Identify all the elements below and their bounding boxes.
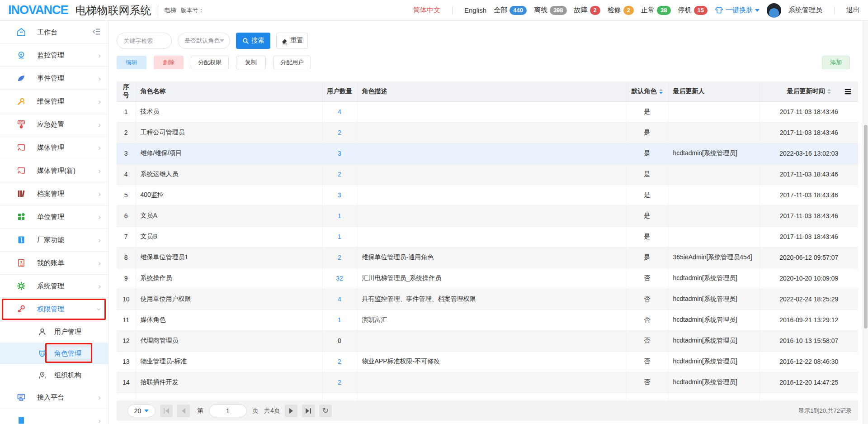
sidebar-item[interactable]: 角色管理 — [0, 343, 108, 364]
page-number-input[interactable] — [209, 405, 247, 417]
table-row[interactable]: 6文员A1是2017-11-03 18:43:46 — [117, 205, 858, 226]
col-header-time[interactable]: 最后更新时间 — [760, 81, 858, 101]
sidebar-item[interactable]: › — [0, 409, 108, 424]
avatar[interactable] — [767, 3, 781, 18]
user-count-link[interactable]: 4 — [338, 108, 341, 115]
cell-updater: hcdtadmin[系统管理员] — [668, 372, 760, 393]
chevron-icon: › — [98, 75, 101, 82]
table-row[interactable]: 1技术员4是2017-11-03 18:43:46 — [117, 101, 858, 122]
table-row[interactable]: 5400监控3是2017-11-03 18:43:46 — [117, 185, 858, 205]
table-row[interactable]: 8维保单位管理员12维保单位管理员-通用角色是365ieAdmin[系统管理员4… — [117, 247, 858, 268]
cell-no: 11 — [117, 310, 136, 330]
cell-update-time: 2016-10-13 15:58:07 — [760, 330, 858, 351]
user-count-link[interactable]: 32 — [336, 275, 343, 282]
col-header-default[interactable]: 默认角色 — [626, 81, 668, 101]
assign-permission-button[interactable]: 分配权限 — [191, 56, 229, 69]
table-row[interactable]: 14拾联插件开发2否hcdtadmin[系统管理员]2016-12-20 14:… — [117, 372, 858, 393]
status-badge[interactable]: 停机15 — [678, 6, 708, 15]
table-row[interactable]: 10使用单位用户权限4具有监控管理、事件管理、档案管理权限否hcdtadmin[… — [117, 289, 858, 310]
sidebar-item[interactable]: 用户管理 — [0, 321, 108, 343]
status-badge[interactable]: 正常38 — [641, 6, 670, 15]
search-input[interactable] — [117, 33, 172, 49]
edit-button[interactable]: 编辑 — [117, 56, 146, 69]
column-config-button[interactable] — [844, 88, 852, 97]
sidebar-item[interactable]: 事件管理› — [0, 67, 108, 90]
user-count-link[interactable]: 2 — [338, 171, 341, 178]
col-header-desc: 角色描述 — [357, 81, 626, 101]
sidebar-item[interactable]: 接入平台› — [0, 386, 108, 409]
user-count-link[interactable]: 2 — [338, 379, 341, 386]
table-header-row: 序号 角色名称 用户数量 角色描述 默认角色 最后更新人 最后更新时间 — [117, 81, 858, 101]
blocks-icon — [16, 212, 26, 222]
scrollbar-thumb[interactable] — [864, 125, 868, 329]
page-size-select[interactable]: 20 — [127, 405, 156, 417]
user-count-link[interactable]: 1 — [338, 233, 341, 240]
sidebar-item[interactable]: SOS应急处置› — [0, 113, 108, 136]
cell-updater: hcdtadmin[系统管理员] — [668, 143, 760, 164]
user-count-link[interactable]: 3 — [338, 150, 341, 157]
assign-user-button[interactable]: 分配用户 — [273, 56, 311, 69]
table-row[interactable]: 2工程公司管理员2是2017-11-03 18:43:46 — [117, 122, 858, 143]
refresh-button[interactable]: ↻ — [319, 405, 332, 417]
sidebar-item[interactable]: 厂家功能› — [0, 229, 108, 252]
sidebar-item[interactable]: 媒体管理(新)› — [0, 159, 108, 182]
change-skin-button[interactable]: 一键换肤 — [715, 6, 760, 14]
sidebar-item[interactable]: 系统管理› — [0, 275, 108, 298]
user-count-link[interactable]: 1 — [338, 316, 341, 324]
status-badge[interactable]: 故障2 — [574, 6, 600, 15]
cell-user-count: 1 — [322, 226, 357, 247]
add-button[interactable]: 添加 — [822, 56, 850, 69]
user-count-link[interactable]: 1 — [338, 212, 341, 219]
sort-icon[interactable] — [827, 89, 831, 94]
search-icon — [242, 38, 249, 44]
search-button[interactable]: 搜索 — [236, 33, 270, 49]
table-row[interactable]: 9系统操作员32汇川电梯管理员_系统操作员否hcdtadmin[系统管理员]20… — [117, 268, 858, 289]
sidebar-item[interactable]: 维保管理› — [0, 90, 108, 113]
next-page-button[interactable] — [285, 405, 297, 417]
sidebar-item[interactable]: ¥我的账单› — [0, 252, 108, 275]
user-count-link[interactable]: 3 — [338, 191, 341, 199]
status-badge[interactable]: 检修2 — [608, 6, 634, 15]
user-count-link[interactable]: 4 — [338, 295, 341, 303]
reset-button[interactable]: 重置 — [276, 33, 308, 49]
status-badge-count: 2 — [590, 6, 600, 15]
cell-no: 13 — [117, 351, 136, 372]
sidebar-item[interactable]: 档案管理› — [0, 182, 108, 205]
copy-button[interactable]: 复制 — [236, 56, 266, 69]
cell-role-name: 拾联插件开发 — [136, 372, 322, 393]
table-row[interactable]: 12代理商管理员0否hcdtadmin[系统管理员]2016-10-13 15:… — [117, 330, 858, 351]
sidebar-item[interactable]: 媒体管理› — [0, 136, 108, 159]
collapse-sidebar-icon[interactable] — [92, 28, 101, 37]
delete-button[interactable]: 删除 — [154, 56, 184, 69]
sidebar-item[interactable]: 监控管理› — [0, 44, 108, 67]
sidebar-item[interactable]: 单位管理› — [0, 205, 108, 229]
last-page-button[interactable] — [302, 405, 315, 417]
user-count-link[interactable]: 2 — [338, 254, 341, 261]
sidebar-item[interactable]: 工作台 — [0, 21, 108, 44]
logout-button[interactable]: 退出 — [846, 6, 860, 14]
table-row[interactable]: 13物业管理员-标准2物业APP标准权限-不可修改否hcdtadmin[系统管理… — [117, 351, 858, 372]
table-row[interactable]: 4系统运维人员2是2017-11-03 18:43:46 — [117, 164, 858, 185]
first-page-button[interactable] — [160, 405, 173, 417]
cell-updater: hcdtadmin[系统管理员] — [668, 351, 760, 372]
sidebar-item[interactable]: 权限管理› — [0, 298, 108, 321]
lang-zh-link[interactable]: 简体中文 — [413, 6, 440, 14]
elevator-icon — [16, 235, 26, 245]
table-row[interactable]: 11媒体角色1演凯富汇否hcdtadmin[系统管理员]2016-09-21 1… — [117, 310, 858, 330]
sidebar-item[interactable]: 组织机构 — [0, 364, 108, 386]
prev-page-button[interactable] — [177, 405, 190, 417]
table-row[interactable]: 7文员B1是2017-11-03 18:43:46 — [117, 226, 858, 247]
status-badge[interactable]: 全部440 — [494, 6, 527, 15]
user-count-link[interactable]: 2 — [338, 358, 341, 365]
sidebar-item-label: 维保管理 — [37, 97, 64, 106]
table-row[interactable]: 3维修/维保/项目3是hcdtadmin[系统管理员]2022-03-16 13… — [117, 143, 858, 164]
username[interactable]: 系统管理员 — [788, 6, 822, 14]
cell-user-count: 4 — [322, 101, 357, 122]
status-badge[interactable]: 离线398 — [534, 6, 567, 15]
lang-en-link[interactable]: English — [464, 6, 486, 14]
page-scrollbar[interactable] — [863, 21, 868, 424]
user-count-link[interactable]: 2 — [338, 129, 341, 136]
sort-icon[interactable] — [659, 89, 663, 94]
default-role-select[interactable]: 是否默认角色 — [178, 33, 230, 49]
cell-update-time: 2020-06-12 09:57:07 — [760, 247, 858, 268]
